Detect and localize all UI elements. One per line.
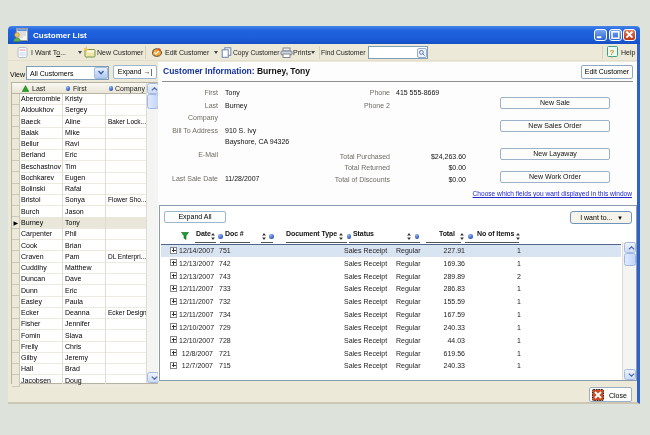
svg-text:?: ? bbox=[610, 48, 615, 57]
